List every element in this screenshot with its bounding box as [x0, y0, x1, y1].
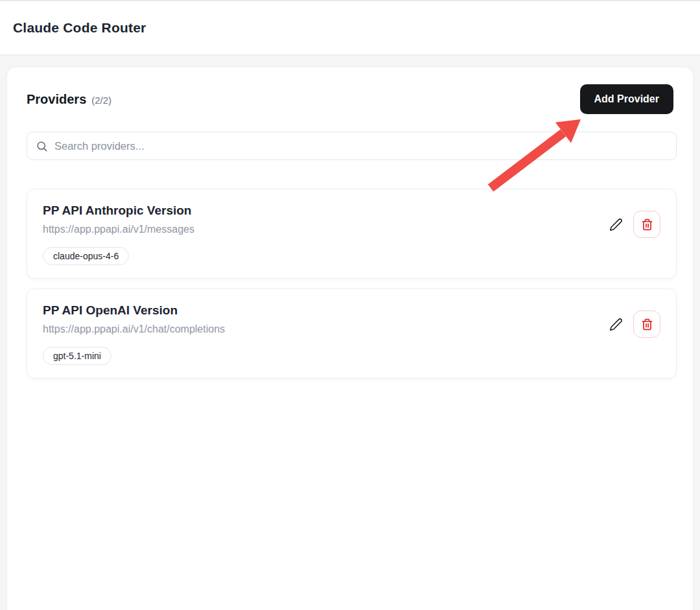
- pencil-icon: [609, 318, 623, 331]
- page-title: Claude Code Router: [13, 20, 146, 36]
- providers-title: Providers: [27, 92, 86, 107]
- edit-provider-button[interactable]: [603, 312, 628, 336]
- trash-icon: [641, 218, 653, 231]
- provider-card: PP API Anthropic Version https://app.ppa…: [27, 189, 677, 279]
- provider-name: PP API OpenAI Version: [43, 303, 225, 318]
- provider-model-tags: gpt-5.1-mini: [43, 347, 225, 365]
- edit-provider-button[interactable]: [603, 212, 628, 237]
- panel-title-group: Providers (2/2): [27, 92, 111, 107]
- provider-card: PP API OpenAI Version https://app.ppapi.…: [27, 288, 677, 379]
- app-header: Claude Code Router: [0, 1, 700, 55]
- provider-actions: [603, 311, 660, 338]
- delete-provider-button[interactable]: [633, 211, 660, 238]
- model-pill: claude-opus-4-6: [43, 247, 129, 265]
- search-box[interactable]: [27, 132, 677, 160]
- model-pill: gpt-5.1-mini: [43, 347, 111, 365]
- search-icon: [36, 140, 48, 152]
- provider-actions: [603, 211, 660, 238]
- delete-provider-button[interactable]: [633, 311, 660, 338]
- providers-panel: Providers (2/2) Add Provider PP API Anth…: [6, 67, 694, 610]
- providers-count-badge: (2/2): [91, 95, 111, 106]
- add-provider-button[interactable]: Add Provider: [580, 84, 673, 114]
- provider-list: PP API Anthropic Version https://app.ppa…: [27, 189, 677, 379]
- provider-info: PP API Anthropic Version https://app.ppa…: [43, 204, 194, 265]
- provider-model-tags: claude-opus-4-6: [43, 247, 194, 265]
- provider-name: PP API Anthropic Version: [43, 204, 194, 218]
- provider-url: https://app.ppapi.ai/v1/chat/completions: [43, 323, 225, 335]
- pencil-icon: [609, 218, 623, 231]
- provider-info: PP API OpenAI Version https://app.ppapi.…: [43, 303, 225, 365]
- provider-url: https://app.ppapi.ai/v1/messages: [43, 224, 194, 235]
- search-providers-input[interactable]: [54, 140, 668, 152]
- trash-icon: [641, 318, 653, 331]
- panel-header-row: Providers (2/2) Add Provider: [20, 84, 680, 114]
